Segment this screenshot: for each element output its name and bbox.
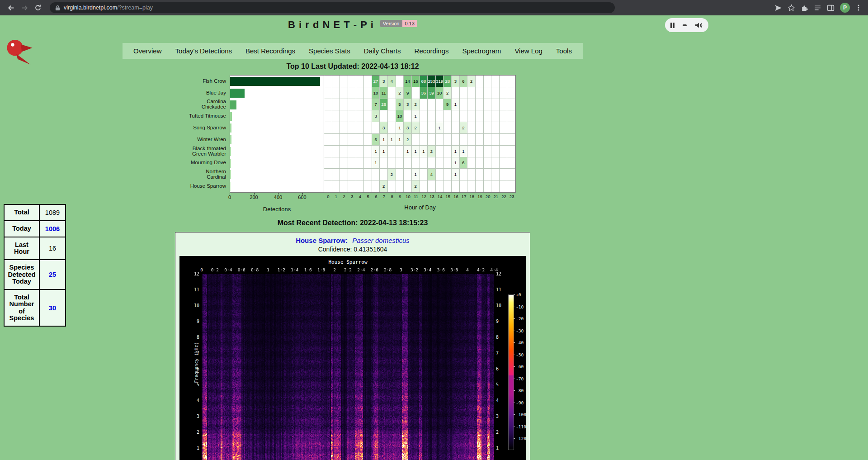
heat-cell — [507, 169, 515, 180]
stat-value[interactable]: 1006 — [39, 221, 66, 237]
heat-cell — [500, 180, 508, 192]
colorbar-label: -40 — [516, 340, 524, 345]
nav-item-best-recordings[interactable]: Best Recordings — [243, 47, 298, 55]
heat-cell — [340, 76, 348, 87]
reading-list-icon[interactable] — [814, 4, 821, 12]
menu-kebab-icon[interactable] — [855, 4, 862, 11]
heat-cell — [332, 180, 340, 192]
detection-confidence: Confidence: 0.41351604 — [175, 246, 530, 253]
heat-cell — [491, 157, 500, 169]
extensions-icon[interactable] — [801, 4, 808, 12]
heat-cell — [340, 87, 348, 99]
back-button[interactable] — [5, 2, 17, 14]
species-label: Fish Crow — [187, 75, 230, 87]
chart-species-labels: Fish CrowBlue JayCarolina ChickadeeTufte… — [187, 75, 230, 192]
heat-cell: 253 — [428, 76, 436, 87]
heat-cell — [467, 99, 476, 111]
stat-value[interactable]: 25 — [39, 260, 66, 289]
nav-item-daily-charts[interactable]: Daily Charts — [361, 47, 404, 55]
freq-tick-label: 12 — [496, 271, 508, 276]
detection-scientific-name: Passer domesticus — [352, 237, 410, 244]
heat-cell — [476, 110, 484, 122]
heat-cell — [491, 134, 500, 146]
heat-cell — [332, 76, 340, 87]
heat-cell — [372, 180, 380, 192]
heat-cell — [396, 180, 404, 192]
reload-button[interactable] — [32, 2, 44, 14]
heat-cell — [340, 146, 348, 157]
time-tick-label: 0·8 — [248, 267, 262, 272]
player-options-icon[interactable] — [683, 24, 687, 26]
stat-value: 1089 — [39, 204, 66, 221]
freq-tick-label: 1 — [188, 446, 199, 451]
heat-cell: 1 — [452, 146, 460, 157]
heat-cell — [388, 157, 396, 169]
heat-cell: 1 — [412, 146, 420, 157]
heat-cell: 2 — [388, 169, 396, 180]
send-icon[interactable] — [774, 4, 782, 12]
heat-cell — [404, 169, 412, 180]
heat-cell — [348, 169, 356, 180]
heat-cell — [436, 180, 444, 192]
stat-value[interactable]: 30 — [39, 289, 66, 326]
nav-item-view-log[interactable]: View Log — [512, 47, 545, 55]
colorbar-label: +0 — [516, 292, 521, 297]
nav-item-overview[interactable]: Overview — [131, 47, 165, 55]
heat-cell — [443, 180, 452, 192]
heat-cell: 14 — [404, 76, 412, 87]
heat-cell — [443, 157, 452, 169]
heat-cell — [476, 146, 484, 157]
stat-label: Total Number of Species — [4, 289, 39, 326]
heat-cell — [507, 180, 515, 192]
nav-item-tools[interactable]: Tools — [553, 47, 575, 55]
heat-cell — [396, 146, 404, 157]
nav-item-today-s-detections[interactable]: Today's Detections — [173, 47, 235, 55]
heat-cell — [388, 87, 396, 99]
detections-bar — [230, 182, 231, 191]
profile-avatar[interactable]: P — [840, 3, 850, 13]
colorbar-label: -10 — [516, 304, 524, 309]
volume-icon[interactable] — [695, 22, 703, 29]
nav-item-species-stats[interactable]: Species Stats — [306, 47, 353, 55]
time-tick-label: 4·2 — [474, 267, 488, 272]
freq-tick-label: 10 — [188, 303, 199, 308]
audio-player[interactable] — [665, 18, 708, 32]
detections-bar — [230, 147, 231, 156]
heat-cell — [412, 87, 420, 99]
heat-cell — [484, 169, 492, 180]
species-label: Tufted Titmouse — [187, 110, 230, 122]
hour-tick-label: 21 — [492, 194, 500, 199]
hour-tick-label: 5 — [364, 194, 372, 199]
page-title: B i r d N E T - P i — [288, 19, 374, 30]
heat-cell — [380, 110, 388, 122]
heat-cell: 10 — [396, 110, 404, 122]
heat-cell — [443, 110, 452, 122]
nav-item-spectrogram[interactable]: Spectrogram — [459, 47, 504, 55]
heat-cell — [404, 157, 412, 169]
heat-cell — [340, 180, 348, 192]
heat-cell — [340, 134, 348, 146]
bookmark-star-icon[interactable] — [788, 4, 795, 12]
heat-cell — [436, 110, 444, 122]
heat-cell: 2 — [443, 87, 452, 99]
nav-item-recordings[interactable]: Recordings — [412, 47, 452, 55]
detection-species[interactable]: House Sparrow: — [296, 237, 348, 244]
heat-cell — [491, 180, 500, 192]
heat-cell — [476, 169, 484, 180]
forward-button[interactable] — [18, 2, 31, 14]
heat-cell — [364, 146, 372, 157]
toolbar-right: P — [774, 3, 863, 13]
side-panel-icon[interactable] — [827, 4, 835, 12]
heat-cell: 68 — [420, 76, 428, 87]
version-badge: Version0.13 — [380, 20, 417, 27]
heat-cell — [443, 122, 452, 134]
pause-button[interactable] — [670, 23, 675, 28]
time-tick-label: 0·6 — [235, 267, 248, 272]
detections-axis-title: Detections — [230, 206, 324, 213]
heat-cell — [443, 146, 452, 157]
address-bar[interactable]: virginia.birdnetpi.com/?stream=play — [50, 2, 615, 13]
heat-cell — [452, 134, 460, 146]
heat-cell — [467, 180, 476, 192]
heat-cell — [396, 169, 404, 180]
heat-cell — [467, 122, 476, 134]
